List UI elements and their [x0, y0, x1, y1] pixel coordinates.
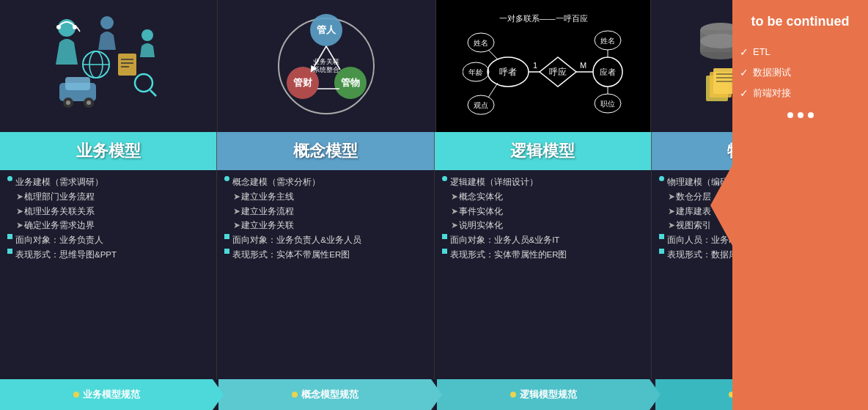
logic-text-6: 表现形式：实体带属性的ER图: [450, 249, 567, 262]
svg-rect-9: [118, 54, 136, 76]
bottom-seg-3: 逻辑模型规范: [437, 379, 650, 410]
svg-point-4: [100, 16, 114, 29]
concept-text-5: 面向对象：业务负责人&业务人员: [232, 234, 361, 247]
bullet-square: [224, 234, 229, 239]
svg-text:系统整合: 系统整合: [313, 66, 339, 73]
concept-item-6: 表现形式：实体不带属性ER图: [224, 249, 426, 262]
bottom-seg-2: 概念模型规范: [218, 379, 431, 410]
concept-item-5: 面向对象：业务负责人&业务人员: [224, 234, 426, 247]
biz-illustration: [45, 10, 173, 123]
svg-text:呼应: 呼应: [549, 67, 567, 77]
svg-line-20: [150, 90, 156, 96]
bullet-square: [442, 249, 447, 254]
logic-item-6: 表现形式：实体带属性的ER图: [442, 249, 644, 262]
svg-text:一对多联系——一呼百应: 一对多联系——一呼百应: [499, 14, 587, 23]
continued-item-2: ✓ 数据测试: [740, 62, 861, 83]
svg-text:M: M: [580, 61, 586, 70]
logic-text-2: 概念实体化: [459, 191, 503, 204]
arrow-icon: ➤: [16, 219, 22, 233]
logic-model-image-col: 一对多联系——一呼百应 呼者 呼应 应者: [436, 0, 651, 132]
continued-text: to be continued: [751, 13, 850, 30]
bullet-circle: [7, 176, 12, 181]
bullet-square: [7, 234, 12, 239]
concept-text-2: 建立业务主线: [241, 191, 294, 204]
logic-illustration: 一对多联系——一呼百应 呼者 呼应 应者: [463, 10, 624, 123]
biz-model-image-col: [0, 0, 218, 132]
arrow-bullet: [292, 392, 298, 398]
concept-text-1: 概念建模（需求分析）: [232, 176, 320, 189]
biz-text-3: 梳理业务关联关系: [24, 205, 95, 219]
biz-text-6: 表现形式：思维导图&PPT: [15, 249, 117, 262]
main-container: 管人 管财 管物 业务关联 系统整合: [0, 0, 868, 410]
svg-text:管物: 管物: [341, 77, 360, 88]
biz-text-2: 梳理部门业务流程: [24, 191, 95, 204]
biz-title: 业务模型: [76, 140, 141, 162]
svg-text:姓名: 姓名: [600, 37, 615, 45]
arrow-icon: ➤: [668, 191, 674, 204]
svg-point-18: [87, 100, 91, 105]
continued-item-3-text: 前端对接: [753, 84, 791, 103]
arrow-bullet: [73, 392, 79, 398]
logic-content-col: 逻辑建模（详细设计） ➤ 概念实体化 ➤ 事件实体化 ➤ 说明实体化: [435, 170, 652, 379]
arrow-icon: ➤: [16, 205, 22, 219]
concept-text-3: 建立业务流程: [241, 205, 294, 219]
continued-arrow: [710, 165, 732, 246]
biz-item-3: ➤ 梳理业务关联关系: [7, 205, 209, 219]
svg-point-1: [56, 25, 61, 29]
svg-line-43: [488, 50, 498, 59]
svg-text:应者: 应者: [600, 67, 616, 76]
svg-point-5: [141, 29, 153, 41]
concept-item-2: ➤ 建立业务主线: [224, 191, 426, 204]
svg-text:1: 1: [533, 61, 537, 70]
logic-item-3: ➤ 事件实体化: [442, 205, 644, 219]
logic-text-1: 逻辑建模（详细设计）: [450, 176, 538, 189]
bottom-text-2: 概念模型规范: [301, 388, 358, 401]
svg-rect-14: [65, 77, 90, 90]
logic-text-4: 说明实体化: [459, 219, 503, 233]
continued-panel: to be continued ✓ ETL ✓ 数据测试 ✓ 前端对接: [732, 0, 868, 410]
svg-text:年龄: 年龄: [468, 68, 483, 76]
svg-point-2: [73, 25, 77, 29]
svg-point-19: [135, 74, 152, 92]
bullet-circle: [442, 176, 447, 181]
svg-text:姓名: 姓名: [474, 39, 488, 47]
arrow-icon: ➤: [451, 191, 457, 204]
biz-item-6: 表现形式：思维导图&PPT: [7, 249, 209, 262]
continued-item-1: ✓ ETL: [740, 42, 861, 62]
check-icon: ✓: [740, 62, 749, 83]
physical-text-4: 视图索引: [676, 219, 711, 233]
logic-title: 逻辑模型: [510, 140, 575, 162]
continued-item-3: ✓ 前端对接: [740, 83, 861, 103]
arrow-icon: ➤: [233, 219, 239, 233]
biz-item-4: ➤ 确定业务需求边界: [7, 219, 209, 233]
check-icon: ✓: [740, 83, 749, 103]
biz-item-1: 业务建模（需求调研）: [7, 176, 209, 189]
svg-line-49: [488, 83, 498, 98]
arrow-icon: ➤: [233, 205, 239, 219]
bullet-square: [7, 249, 12, 254]
check-icon: ✓: [740, 42, 749, 62]
bottom-seg-1: 业务模型规范: [0, 379, 213, 410]
concept-item-4: ➤ 建立业务关联: [224, 219, 426, 233]
concept-title-cell: 概念模型: [217, 132, 434, 170]
bullet-square: [659, 249, 664, 254]
arrow-icon: ➤: [451, 219, 457, 233]
biz-text-5: 面向对象：业务负责人: [15, 234, 103, 247]
svg-text:管人: 管人: [317, 24, 336, 35]
arrow-icon: ➤: [451, 205, 457, 219]
dot-2: [798, 112, 803, 118]
continued-item-1-text: ETL: [753, 43, 770, 62]
concept-text-6: 表现形式：实体不带属性ER图: [232, 249, 350, 262]
concept-item-1: 概念建模（需求分析）: [224, 176, 426, 189]
bullet-square: [442, 234, 447, 239]
bullet-square: [659, 234, 664, 239]
svg-text:观点: 观点: [474, 101, 488, 109]
bottom-text-3: 逻辑模型规范: [520, 388, 577, 401]
dots-row: [787, 112, 814, 118]
bullet-square: [224, 249, 229, 254]
concept-model-image-col: 管人 管财 管物 业务关联 系统整合: [218, 0, 435, 132]
bottom-text-1: 业务模型规范: [83, 388, 140, 401]
svg-point-16: [66, 100, 70, 105]
concept-text-4: 建立业务关联: [241, 219, 294, 233]
physical-text-2: 数仓分层: [676, 191, 711, 204]
